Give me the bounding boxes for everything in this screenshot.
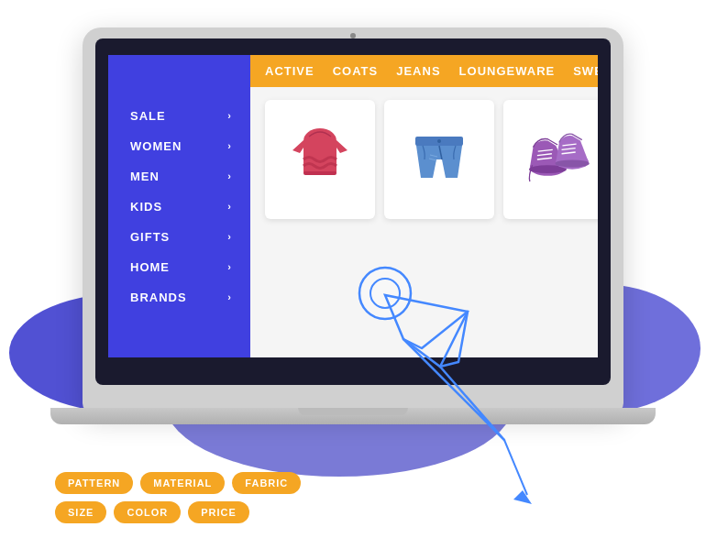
- svg-point-18: [370, 279, 400, 308]
- scene: SALE › WOMEN › MEN › KIDS ›: [0, 0, 728, 560]
- filter-tags-container: PATTERN MATERIAL FABRIC SIZE COLOR PRICE: [55, 472, 301, 523]
- nav-item-sweaters[interactable]: SWEATERS: [573, 64, 598, 78]
- filter-tag-size[interactable]: SIZE: [55, 501, 106, 523]
- svg-marker-19: [403, 312, 504, 440]
- filter-tag-material[interactable]: MATERIAL: [140, 472, 225, 494]
- sidebar-item-home[interactable]: HOME ›: [108, 252, 250, 282]
- sidebar-item-women[interactable]: WOMEN ›: [108, 131, 250, 161]
- chevron-icon-gifts: ›: [227, 231, 232, 242]
- sidebar-item-gifts[interactable]: GIFTS ›: [108, 222, 250, 252]
- category-navbar: ACTIVE COATS JEANS LOUNGEWARE SWEATERS: [250, 55, 598, 87]
- shoes-image: [522, 118, 595, 201]
- filter-tag-fabric[interactable]: FABRIC: [232, 472, 301, 494]
- shorts-image: [403, 118, 476, 201]
- camera-dot: [350, 33, 356, 38]
- sidebar-item-sale[interactable]: SALE ›: [108, 101, 250, 131]
- filter-row-1: PATTERN MATERIAL FABRIC: [55, 472, 301, 494]
- svg-marker-21: [513, 490, 532, 504]
- cursor-pointer-overlay: [312, 220, 550, 477]
- chevron-icon-home: ›: [227, 261, 232, 272]
- chevron-icon-men: ›: [227, 170, 232, 181]
- nav-item-loungeware[interactable]: LOUNGEWARE: [459, 64, 556, 78]
- nav-item-coats[interactable]: COATS: [333, 64, 379, 78]
- nav-item-jeans[interactable]: JEANS: [396, 64, 440, 78]
- filter-tag-pattern[interactable]: PATTERN: [55, 472, 133, 494]
- svg-rect-1: [303, 171, 336, 175]
- sidebar-label-sale: SALE: [130, 109, 166, 123]
- sidebar-label-kids: KIDS: [130, 200, 162, 214]
- product-card-shorts[interactable]: [384, 100, 494, 219]
- product-card-shirt[interactable]: [265, 100, 375, 219]
- chevron-icon-sale: ›: [227, 110, 232, 121]
- filter-tag-price[interactable]: PRICE: [188, 501, 249, 523]
- filter-tag-color[interactable]: COLOR: [114, 501, 181, 523]
- sidebar-label-brands: BRANDS: [130, 291, 187, 304]
- shirt-image: [283, 118, 357, 201]
- nav-item-active[interactable]: ACTIVE: [265, 64, 314, 78]
- svg-point-3: [437, 139, 441, 143]
- sidebar-label-men: MEN: [130, 170, 160, 183]
- sidebar-label-home: HOME: [130, 260, 170, 274]
- chevron-icon-brands: ›: [227, 291, 232, 302]
- sidebar-item-men[interactable]: MEN ›: [108, 161, 250, 192]
- filter-row-2: SIZE COLOR PRICE: [55, 501, 301, 523]
- svg-line-20: [504, 440, 527, 495]
- sidebar-item-kids[interactable]: KIDS ›: [108, 192, 250, 222]
- sidebar-label-women: WOMEN: [130, 139, 182, 153]
- sidebar-label-gifts: GIFTS: [130, 230, 170, 244]
- product-card-shoes[interactable]: [503, 100, 598, 219]
- chevron-icon-kids: ›: [227, 201, 232, 212]
- chevron-icon-women: ›: [227, 140, 232, 151]
- sidebar: SALE › WOMEN › MEN › KIDS ›: [108, 55, 250, 357]
- svg-point-16: [555, 159, 589, 167]
- sidebar-item-brands[interactable]: BRANDS ›: [108, 282, 250, 313]
